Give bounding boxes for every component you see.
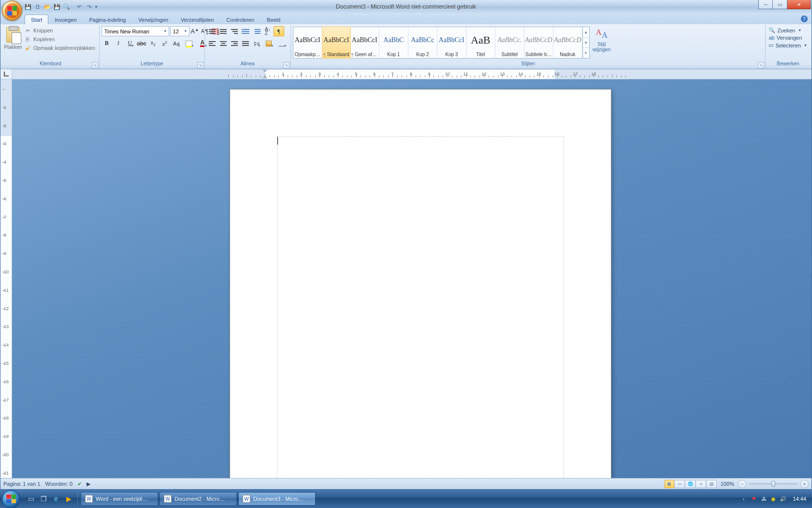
line-spacing-button[interactable]: ‡≡▼ xyxy=(251,38,262,48)
increase-indent-button[interactable] xyxy=(251,26,262,36)
numbering-button[interactable]: ▼ xyxy=(218,26,229,36)
page[interactable] xyxy=(230,89,611,478)
lettertype-launcher[interactable]: ↘ xyxy=(197,62,203,68)
copy-button[interactable]: ⎘Kopiëren xyxy=(24,36,95,43)
qat-save-icon[interactable]: 💾 xyxy=(24,2,32,11)
grow-font-button[interactable]: A▲ xyxy=(190,26,199,36)
zoom-slider[interactable] xyxy=(749,483,798,485)
show-paragraph-marks-button[interactable]: ¶ xyxy=(274,26,284,36)
justify-button[interactable] xyxy=(240,38,251,48)
style-item-subtitel[interactable]: AaBbCc.Subtitel xyxy=(495,27,524,58)
style-item-kop3[interactable]: AaBbCcIKop 3 xyxy=(437,27,466,58)
shading-button[interactable]: ▼ xyxy=(262,38,275,48)
tab-verzendlijsten[interactable]: Verzendlijsten xyxy=(174,15,220,24)
style-item-standaard[interactable]: AaBbCcI¶ Standaard xyxy=(322,27,351,59)
view-draft[interactable]: ▤ xyxy=(707,480,717,488)
tray-volume-icon[interactable]: 🔊 xyxy=(779,495,787,503)
align-right-button[interactable] xyxy=(229,38,240,48)
cut-button[interactable]: ✂Knippen xyxy=(24,27,95,34)
paste-button[interactable]: Plakken xyxy=(4,26,22,51)
zoom-in-button[interactable]: + xyxy=(800,480,809,488)
gallery-up[interactable]: ▲ xyxy=(583,27,589,38)
status-words[interactable]: Woorden: 0 xyxy=(45,481,72,487)
tray-flag-icon[interactable]: ⚑ xyxy=(750,495,758,503)
klembord-launcher[interactable]: ↘ xyxy=(92,62,98,68)
change-styles-button[interactable]: Stijl wijzigen xyxy=(590,26,614,53)
view-outline[interactable]: ≡ xyxy=(696,480,706,488)
underline-button[interactable]: U▼ xyxy=(125,38,135,48)
taskbar-item[interactable]: WDocument3 - Micro… xyxy=(238,492,316,506)
chevron-down-icon[interactable]: ▼ xyxy=(161,29,167,33)
qat-customize-dropdown[interactable]: ▼ xyxy=(94,5,99,9)
media-player-icon[interactable]: ▶ xyxy=(63,493,74,505)
switch-windows-icon[interactable]: ❐ xyxy=(38,493,49,505)
view-print-layout[interactable]: ▦ xyxy=(665,480,674,488)
ie-icon[interactable]: e xyxy=(50,493,62,505)
font-name-combo[interactable]: Times New Roman▼ xyxy=(102,26,169,36)
bullets-button[interactable]: ▼ xyxy=(207,26,218,36)
alinea-launcher[interactable]: ↘ xyxy=(283,62,290,68)
minimize-button[interactable]: ─ xyxy=(758,0,773,9)
status-proofing[interactable]: ✔ xyxy=(77,481,82,487)
view-full-screen[interactable]: ▭ xyxy=(675,480,685,488)
start-button[interactable] xyxy=(0,490,22,508)
borders-button[interactable]: ▼ xyxy=(276,38,288,48)
ruler-vertical[interactable]: 12345678910111213141516171819202122 xyxy=(0,79,12,478)
superscript-button[interactable]: x2 xyxy=(160,38,170,48)
tab-selector[interactable] xyxy=(0,69,12,79)
tray-network-icon[interactable]: 🖧 xyxy=(760,495,768,503)
office-button[interactable] xyxy=(2,0,22,21)
document-viewport[interactable] xyxy=(12,79,812,478)
taskbar-item[interactable]: WDocument2 - Micro… xyxy=(160,492,237,506)
status-macro[interactable]: ▶ xyxy=(87,481,90,487)
stijlen-launcher[interactable]: ↘ xyxy=(758,62,764,68)
qat-preview-icon[interactable]: 🔍 xyxy=(62,2,71,11)
style-item-titel[interactable]: AaBTitel xyxy=(466,27,495,58)
ruler-horizontal[interactable]: 123456789101112131415161718 xyxy=(12,69,812,79)
replace-button[interactable]: abVervangen xyxy=(768,35,807,41)
style-item-geenafs[interactable]: AaBbCcI¶ Geen afs… xyxy=(350,27,379,58)
tray-clock[interactable]: 14:44 xyxy=(790,496,809,502)
help-button[interactable]: ? xyxy=(801,15,808,22)
style-item-nadruk[interactable]: AaBbCcDNadruk xyxy=(553,27,582,58)
zoom-out-button[interactable]: − xyxy=(738,480,746,488)
tray-update-icon[interactable]: ◉ xyxy=(769,495,777,503)
style-item-kop1[interactable]: AaBbCKop 1 xyxy=(379,27,408,58)
change-case-button[interactable]: Aa▼ xyxy=(171,38,182,48)
taskbar-item[interactable]: WWord - een veelzijdi… xyxy=(81,492,158,506)
zoom-thumb[interactable] xyxy=(771,481,775,487)
select-button[interactable]: ▭Selecteren▼ xyxy=(768,42,807,48)
strikethrough-button[interactable]: abc xyxy=(136,38,147,48)
tab-beeld[interactable]: Beeld xyxy=(261,15,287,24)
align-center-button[interactable] xyxy=(218,38,229,48)
close-button[interactable]: ✕ xyxy=(787,0,811,9)
tab-verwijzingen[interactable]: Verwijzingen xyxy=(132,15,174,24)
gallery-more[interactable]: ▾ xyxy=(583,48,589,58)
status-page[interactable]: Pagina: 1 van 1 xyxy=(3,481,40,487)
style-item-kop2[interactable]: AaBbCcKop 2 xyxy=(408,27,437,58)
tab-invoegen[interactable]: Invoegen xyxy=(48,15,83,24)
tab-controleren[interactable]: Controleren xyxy=(220,15,261,24)
tray-expand-icon[interactable]: ‹ xyxy=(740,495,747,503)
decrease-indent-button[interactable] xyxy=(240,26,251,36)
qat-undo-icon[interactable]: ↶ xyxy=(75,2,84,11)
align-left-button[interactable] xyxy=(207,38,218,48)
qat-open-icon[interactable]: 📂 xyxy=(43,2,52,11)
sort-button[interactable]: A↓Z xyxy=(262,26,273,36)
qat-new-icon[interactable]: 🗋 xyxy=(33,2,42,11)
tab-pagina-indeling[interactable]: Pagina-indeling xyxy=(83,15,132,24)
qat-save2-icon[interactable]: 💾 xyxy=(53,2,61,11)
zoom-percent[interactable]: 100% xyxy=(718,481,737,487)
style-item-subtieleb[interactable]: AaBbCcDSubtiele b… xyxy=(524,27,553,58)
gallery-down[interactable]: ▼ xyxy=(583,38,589,48)
style-item-opmaakp[interactable]: AaBbCcIOpmaakp… xyxy=(293,27,322,58)
chevron-down-icon[interactable]: ▼ xyxy=(182,29,188,33)
format-painter-button[interactable]: 🖌Opmaak kopiëren/plakken xyxy=(24,45,95,51)
view-web-layout[interactable]: 🌐 xyxy=(686,480,696,488)
subscript-button[interactable]: x2 xyxy=(148,38,159,48)
multilevel-list-button[interactable]: ▼ xyxy=(229,26,240,36)
highlight-button[interactable]: ▼ xyxy=(183,38,195,48)
font-size-combo[interactable]: 12▼ xyxy=(170,26,189,36)
qat-redo-icon[interactable]: ↷ xyxy=(85,2,93,11)
bold-button[interactable]: B xyxy=(102,38,112,48)
